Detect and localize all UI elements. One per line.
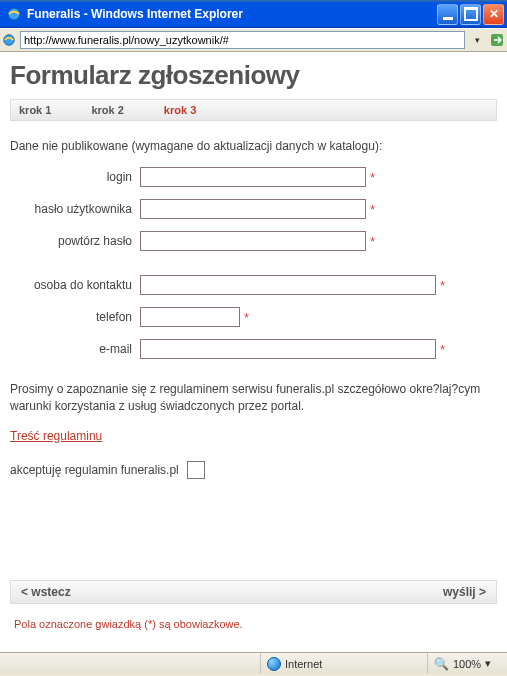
page-title: Formularz zgłoszeniowy [10, 60, 497, 91]
send-button[interactable]: wyślij > [443, 585, 486, 599]
label-contact: osoba do kontaktu [10, 278, 140, 292]
zone-label: Internet [285, 658, 322, 670]
go-button[interactable] [489, 32, 505, 48]
row-contact: osoba do kontaktu * [10, 275, 497, 295]
window-minimize-button[interactable] [437, 4, 458, 25]
zoom-value: 100% [453, 658, 481, 670]
label-password2: powtórz hasło [10, 234, 140, 248]
ie-logo-icon [6, 6, 22, 22]
accept-label: akceptuję regulamin funeralis.pl [10, 463, 179, 477]
form-nav: < wstecz wyślij > [10, 580, 497, 604]
required-asterisk: * [370, 234, 375, 249]
status-left [0, 653, 260, 674]
back-button[interactable]: < wstecz [21, 585, 71, 599]
page-content: Formularz zgłoszeniowy krok 1 krok 2 kro… [0, 52, 507, 652]
row-phone: telefon * [10, 307, 497, 327]
address-bar: ▾ [0, 28, 507, 52]
row-login: login * [10, 167, 497, 187]
label-login: login [10, 170, 140, 184]
step-3[interactable]: krok 3 [164, 104, 196, 116]
input-email[interactable] [140, 339, 436, 359]
url-dropdown-icon[interactable]: ▾ [469, 32, 485, 48]
input-password2[interactable] [140, 231, 366, 251]
steps-nav: krok 1 krok 2 krok 3 [10, 99, 497, 121]
window-maximize-button[interactable] [460, 4, 481, 25]
required-asterisk: * [440, 278, 445, 293]
status-bar: Internet 🔍 100% ▾ [0, 652, 507, 674]
required-asterisk: * [370, 170, 375, 185]
status-zone: Internet [260, 653, 427, 674]
window-close-button[interactable] [483, 4, 504, 25]
required-asterisk: * [244, 310, 249, 325]
window-titlebar: Funeralis - Windows Internet Explorer [0, 0, 507, 28]
step-1[interactable]: krok 1 [19, 104, 51, 116]
label-password: hasło użytkownika [10, 202, 140, 216]
status-zoom[interactable]: 🔍 100% ▾ [427, 653, 507, 674]
input-contact[interactable] [140, 275, 436, 295]
page-icon [2, 33, 16, 47]
required-asterisk: * [440, 342, 445, 357]
step-2[interactable]: krok 2 [91, 104, 123, 116]
label-email: e-mail [10, 342, 140, 356]
input-phone[interactable] [140, 307, 240, 327]
label-phone: telefon [10, 310, 140, 324]
terms-link[interactable]: Treść regulaminu [10, 429, 102, 443]
input-login[interactable] [140, 167, 366, 187]
url-input[interactable] [20, 31, 465, 49]
row-password: hasło użytkownika * [10, 199, 497, 219]
required-asterisk: * [370, 202, 375, 217]
terms-text: Prosimy o zapoznanie się z regulaminem s… [10, 381, 497, 415]
zoom-dropdown-icon: ▾ [485, 657, 491, 670]
row-email: e-mail * [10, 339, 497, 359]
accept-checkbox[interactable] [187, 461, 205, 479]
required-note: Pola oznaczone gwiazdką (*) są obowiazko… [14, 618, 243, 630]
window-title: Funeralis - Windows Internet Explorer [27, 7, 243, 21]
accept-row: akceptuję regulamin funeralis.pl [10, 461, 497, 479]
zoom-icon: 🔍 [434, 657, 449, 671]
globe-icon [267, 657, 281, 671]
input-password[interactable] [140, 199, 366, 219]
intro-text: Dane nie publikowane (wymagane do aktual… [10, 139, 497, 153]
row-password2: powtórz hasło * [10, 231, 497, 251]
